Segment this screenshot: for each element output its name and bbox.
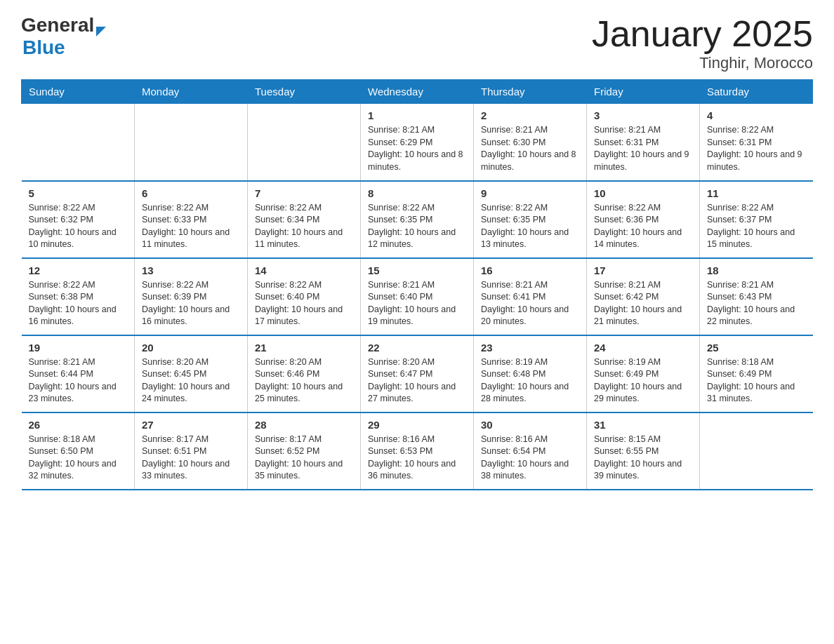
calendar-week-row-1: 1Sunrise: 8:21 AM Sunset: 6:29 PM Daylig… <box>22 104 813 181</box>
day-info-23: Sunrise: 8:19 AM Sunset: 6:48 PM Dayligh… <box>481 356 579 405</box>
day-number-13: 13 <box>142 264 240 276</box>
day-number-29: 29 <box>368 419 466 431</box>
day-info-9: Sunrise: 8:22 AM Sunset: 6:35 PM Dayligh… <box>481 202 579 251</box>
day-number-31: 31 <box>594 419 692 431</box>
calendar-day-29: 29Sunrise: 8:16 AM Sunset: 6:53 PM Dayli… <box>361 412 474 490</box>
weekday-header-friday: Friday <box>587 80 700 104</box>
day-info-8: Sunrise: 8:22 AM Sunset: 6:35 PM Dayligh… <box>368 202 466 251</box>
day-number-3: 3 <box>594 109 692 121</box>
calendar-day-16: 16Sunrise: 8:21 AM Sunset: 6:41 PM Dayli… <box>474 258 587 335</box>
day-info-13: Sunrise: 8:22 AM Sunset: 6:39 PM Dayligh… <box>142 279 240 328</box>
calendar-day-5: 5Sunrise: 8:22 AM Sunset: 6:32 PM Daylig… <box>22 181 135 258</box>
calendar-week-row-4: 19Sunrise: 8:21 AM Sunset: 6:44 PM Dayli… <box>22 335 813 412</box>
calendar-day-10: 10Sunrise: 8:22 AM Sunset: 6:36 PM Dayli… <box>587 181 700 258</box>
day-number-28: 28 <box>255 419 353 431</box>
calendar-empty-cell <box>22 104 135 181</box>
calendar-day-7: 7Sunrise: 8:22 AM Sunset: 6:34 PM Daylig… <box>248 181 361 258</box>
calendar-day-3: 3Sunrise: 8:21 AM Sunset: 6:31 PM Daylig… <box>587 104 700 181</box>
calendar-day-26: 26Sunrise: 8:18 AM Sunset: 6:50 PM Dayli… <box>22 412 135 490</box>
calendar-empty-cell <box>248 104 361 181</box>
weekday-header-wednesday: Wednesday <box>361 80 474 104</box>
weekday-header-row: SundayMondayTuesdayWednesdayThursdayFrid… <box>22 80 813 104</box>
day-number-6: 6 <box>142 187 240 199</box>
calendar-day-18: 18Sunrise: 8:21 AM Sunset: 6:43 PM Dayli… <box>700 258 813 335</box>
day-number-23: 23 <box>481 342 579 354</box>
calendar-day-31: 31Sunrise: 8:15 AM Sunset: 6:55 PM Dayli… <box>587 412 700 490</box>
calendar-empty-cell <box>135 104 248 181</box>
weekday-header-monday: Monday <box>135 80 248 104</box>
day-info-7: Sunrise: 8:22 AM Sunset: 6:34 PM Dayligh… <box>255 202 353 251</box>
day-info-14: Sunrise: 8:22 AM Sunset: 6:40 PM Dayligh… <box>255 279 353 328</box>
calendar-day-6: 6Sunrise: 8:22 AM Sunset: 6:33 PM Daylig… <box>135 181 248 258</box>
logo-blue-text: Blue <box>22 36 65 59</box>
day-info-12: Sunrise: 8:22 AM Sunset: 6:38 PM Dayligh… <box>29 279 128 328</box>
day-number-14: 14 <box>255 264 353 276</box>
calendar-day-14: 14Sunrise: 8:22 AM Sunset: 6:40 PM Dayli… <box>248 258 361 335</box>
day-number-1: 1 <box>368 109 466 121</box>
day-number-2: 2 <box>481 109 579 121</box>
day-info-10: Sunrise: 8:22 AM Sunset: 6:36 PM Dayligh… <box>594 202 692 251</box>
day-info-1: Sunrise: 8:21 AM Sunset: 6:29 PM Dayligh… <box>368 124 466 173</box>
day-number-30: 30 <box>481 419 579 431</box>
calendar-day-15: 15Sunrise: 8:21 AM Sunset: 6:40 PM Dayli… <box>361 258 474 335</box>
calendar-week-row-3: 12Sunrise: 8:22 AM Sunset: 6:38 PM Dayli… <box>22 258 813 335</box>
calendar-day-24: 24Sunrise: 8:19 AM Sunset: 6:49 PM Dayli… <box>587 335 700 412</box>
calendar-day-13: 13Sunrise: 8:22 AM Sunset: 6:39 PM Dayli… <box>135 258 248 335</box>
day-info-29: Sunrise: 8:16 AM Sunset: 6:53 PM Dayligh… <box>368 434 466 483</box>
day-number-7: 7 <box>255 187 353 199</box>
calendar-day-19: 19Sunrise: 8:21 AM Sunset: 6:44 PM Dayli… <box>22 335 135 412</box>
day-number-25: 25 <box>707 342 806 354</box>
calendar-week-row-5: 26Sunrise: 8:18 AM Sunset: 6:50 PM Dayli… <box>22 412 813 490</box>
calendar-day-4: 4Sunrise: 8:22 AM Sunset: 6:31 PM Daylig… <box>700 104 813 181</box>
day-info-27: Sunrise: 8:17 AM Sunset: 6:51 PM Dayligh… <box>142 434 240 483</box>
day-info-25: Sunrise: 8:18 AM Sunset: 6:49 PM Dayligh… <box>707 356 806 405</box>
day-info-2: Sunrise: 8:21 AM Sunset: 6:30 PM Dayligh… <box>481 124 579 173</box>
calendar-day-23: 23Sunrise: 8:19 AM Sunset: 6:48 PM Dayli… <box>474 335 587 412</box>
calendar-day-30: 30Sunrise: 8:16 AM Sunset: 6:54 PM Dayli… <box>474 412 587 490</box>
day-number-5: 5 <box>29 187 128 199</box>
calendar-day-28: 28Sunrise: 8:17 AM Sunset: 6:52 PM Dayli… <box>248 412 361 490</box>
day-info-15: Sunrise: 8:21 AM Sunset: 6:40 PM Dayligh… <box>368 279 466 328</box>
day-info-4: Sunrise: 8:22 AM Sunset: 6:31 PM Dayligh… <box>707 124 806 173</box>
day-info-16: Sunrise: 8:21 AM Sunset: 6:41 PM Dayligh… <box>481 279 579 328</box>
page-header: General Blue January 2025 Tinghir, Moroc… <box>21 14 813 72</box>
title-block: January 2025 Tinghir, Morocco <box>592 14 813 72</box>
weekday-header-tuesday: Tuesday <box>248 80 361 104</box>
calendar-day-9: 9Sunrise: 8:22 AM Sunset: 6:35 PM Daylig… <box>474 181 587 258</box>
day-number-27: 27 <box>142 419 240 431</box>
day-number-21: 21 <box>255 342 353 354</box>
day-number-18: 18 <box>707 264 806 276</box>
day-number-9: 9 <box>481 187 579 199</box>
weekday-header-thursday: Thursday <box>474 80 587 104</box>
day-info-20: Sunrise: 8:20 AM Sunset: 6:45 PM Dayligh… <box>142 356 240 405</box>
day-number-24: 24 <box>594 342 692 354</box>
calendar-day-2: 2Sunrise: 8:21 AM Sunset: 6:30 PM Daylig… <box>474 104 587 181</box>
weekday-header-saturday: Saturday <box>700 80 813 104</box>
calendar-day-8: 8Sunrise: 8:22 AM Sunset: 6:35 PM Daylig… <box>361 181 474 258</box>
day-info-17: Sunrise: 8:21 AM Sunset: 6:42 PM Dayligh… <box>594 279 692 328</box>
day-info-26: Sunrise: 8:18 AM Sunset: 6:50 PM Dayligh… <box>29 434 128 483</box>
calendar-empty-cell <box>700 412 813 490</box>
day-info-21: Sunrise: 8:20 AM Sunset: 6:46 PM Dayligh… <box>255 356 353 405</box>
location-label: Tinghir, Morocco <box>592 54 813 72</box>
logo: General Blue <box>21 14 106 59</box>
calendar-day-25: 25Sunrise: 8:18 AM Sunset: 6:49 PM Dayli… <box>700 335 813 412</box>
day-number-15: 15 <box>368 264 466 276</box>
day-number-16: 16 <box>481 264 579 276</box>
day-info-22: Sunrise: 8:20 AM Sunset: 6:47 PM Dayligh… <box>368 356 466 405</box>
day-info-24: Sunrise: 8:19 AM Sunset: 6:49 PM Dayligh… <box>594 356 692 405</box>
calendar-day-12: 12Sunrise: 8:22 AM Sunset: 6:38 PM Dayli… <box>22 258 135 335</box>
day-info-11: Sunrise: 8:22 AM Sunset: 6:37 PM Dayligh… <box>707 202 806 251</box>
calendar-day-1: 1Sunrise: 8:21 AM Sunset: 6:29 PM Daylig… <box>361 104 474 181</box>
calendar-day-21: 21Sunrise: 8:20 AM Sunset: 6:46 PM Dayli… <box>248 335 361 412</box>
day-number-17: 17 <box>594 264 692 276</box>
day-number-20: 20 <box>142 342 240 354</box>
day-info-19: Sunrise: 8:21 AM Sunset: 6:44 PM Dayligh… <box>29 356 128 405</box>
calendar-day-22: 22Sunrise: 8:20 AM Sunset: 6:47 PM Dayli… <box>361 335 474 412</box>
page-title: January 2025 <box>592 14 813 54</box>
logo-triangle-icon <box>96 27 106 36</box>
day-number-4: 4 <box>707 109 806 121</box>
day-number-8: 8 <box>368 187 466 199</box>
day-info-31: Sunrise: 8:15 AM Sunset: 6:55 PM Dayligh… <box>594 434 692 483</box>
calendar-day-27: 27Sunrise: 8:17 AM Sunset: 6:51 PM Dayli… <box>135 412 248 490</box>
